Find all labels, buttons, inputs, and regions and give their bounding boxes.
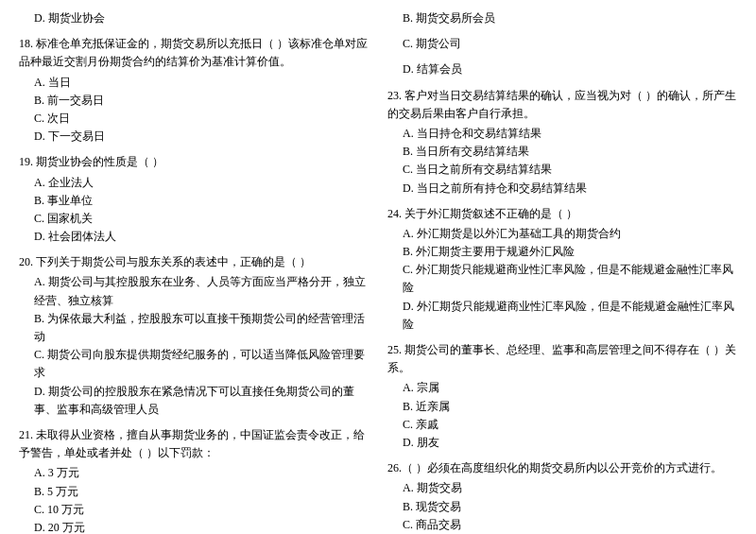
- option-c: C. 国家机关: [34, 210, 369, 228]
- option-a: A. 期货公司与其控股股东在业务、人员等方面应当严格分开，独立经营、独立核算: [34, 273, 369, 309]
- question-25: 25. 期货公司的董事长、总经理、监事和高层管理之间不得存在（ ）关系。 A. …: [387, 341, 737, 452]
- question-text: 20. 下列关于期货公司与股东关系的表述中，正确的是（ ）: [19, 253, 369, 271]
- option-b: B. 近亲属: [403, 398, 737, 416]
- two-column-layout: D. 期货业协会 18. 标准仓单充抵保证金的，期货交易所以充抵日（ ）该标准仓…: [19, 9, 737, 534]
- option-a: A. 当日: [34, 74, 369, 92]
- option-b: B. 事业单位: [34, 192, 369, 210]
- question-18: 18. 标准仓单充抵保证金的，期货交易所以充抵日（ ）该标准仓单对应品种最近交割…: [19, 35, 369, 146]
- option-d: D. 20 万元: [34, 519, 369, 534]
- option-c: C. 次日: [34, 110, 369, 128]
- option-b: B. 为保依最大利益，控股股东可以直接干预期货公司的经营管理活动: [34, 310, 369, 346]
- question-20: 20. 下列关于期货公司与股东关系的表述中，正确的是（ ） A. 期货公司与其控…: [19, 253, 369, 419]
- option-text: C. 期货公司: [403, 35, 737, 53]
- option-c: C. 亲戚: [403, 416, 737, 434]
- question-19: 19. 期货业协会的性质是（ ） A. 企业法人 B. 事业单位 C. 国家机关…: [19, 153, 369, 246]
- option-b: B. 现货交易: [403, 498, 737, 516]
- option-b: B. 当日所有交易结算结果: [403, 143, 737, 161]
- option-d: D. 期货公司的控股股东在紧急情况下可以直接任免期货公司的董事、监事和高级管理人…: [34, 383, 369, 419]
- option-text: D. 结算会员: [403, 60, 737, 78]
- question-22-b: B. 期货交易所会员: [387, 9, 737, 27]
- option-a: A. 当日持仓和交易结算结果: [403, 125, 737, 143]
- option-c: C. 当日之前所有交易结算结果: [403, 161, 737, 179]
- question-26: 26.（ ）必须在高度组织化的期货交易所内以公开竞价的方式进行。 A. 期货交易…: [387, 459, 737, 534]
- option-b: B. 前一交易日: [34, 92, 369, 110]
- question-23: 23. 客户对当日交易结算结果的确认，应当视为对（ ）的确认，所产生的交易后果由…: [387, 87, 737, 198]
- option-c: C. 10 万元: [34, 501, 369, 519]
- question-text: 21. 未取得从业资格，擅自从事期货业务的，中国证监会责令改正，给予警告，单处或…: [19, 426, 369, 462]
- question-21: 21. 未取得从业资格，擅自从事期货业务的，中国证监会责令改正，给予警告，单处或…: [19, 426, 369, 534]
- question-text: 19. 期货业协会的性质是（ ）: [19, 153, 369, 171]
- option-c: C. 商品交易: [403, 516, 737, 534]
- question-24: 24. 关于外汇期货叙述不正确的是（ ） A. 外汇期货是以外汇为基础工具的期货…: [387, 205, 737, 334]
- question-22-c: C. 期货公司: [387, 35, 737, 53]
- question-22-d: D. 结算会员: [387, 60, 737, 78]
- option-a: A. 期货交易: [403, 479, 737, 497]
- option-c: C. 外汇期货只能规避商业性汇率风险，但是不能规避金融性汇率风险: [403, 261, 737, 297]
- option-d: D. 社会团体法人: [34, 228, 369, 246]
- question-text: 25. 期货公司的董事长、总经理、监事和高层管理之间不得存在（ ）关系。: [387, 341, 737, 377]
- option-d: D. 朋友: [403, 434, 737, 452]
- option-a: A. 3 万元: [34, 464, 369, 482]
- question-text: 23. 客户对当日交易结算结果的确认，应当视为对（ ）的确认，所产生的交易后果由…: [387, 87, 737, 123]
- option-d: D. 当日之前所有持仓和交易结算结果: [403, 180, 737, 198]
- option-d: D. 外汇期货只能规避商业性汇率风险，但是不能规避金融性汇率风险: [403, 298, 737, 334]
- option-a: A. 外汇期货是以外汇为基础工具的期货合约: [403, 225, 737, 243]
- left-column: D. 期货业协会 18. 标准仓单充抵保证金的，期货交易所以充抵日（ ）该标准仓…: [19, 9, 369, 534]
- option-d: D. 下一交易日: [34, 128, 369, 146]
- question-text: 26.（ ）必须在高度组织化的期货交易所内以公开竞价的方式进行。: [387, 459, 737, 477]
- option-b: B. 5 万元: [34, 483, 369, 501]
- page-container: D. 期货业协会 18. 标准仓单充抵保证金的，期货交易所以充抵日（ ）该标准仓…: [19, 9, 737, 534]
- option-text: B. 期货交易所会员: [403, 9, 737, 27]
- option-b: B. 外汇期货主要用于规避外汇风险: [403, 243, 737, 261]
- option-a: A. 宗属: [403, 379, 737, 397]
- option-a: A. 企业法人: [34, 174, 369, 192]
- option-c: C. 期货公司向股东提供期货经纪服务的，可以适当降低风险管理要求: [34, 346, 369, 382]
- question-text: 18. 标准仓单充抵保证金的，期货交易所以充抵日（ ）该标准仓单对应品种最近交割…: [19, 35, 369, 71]
- question-18-d: D. 期货业协会: [19, 9, 369, 27]
- right-column: B. 期货交易所会员 C. 期货公司 D. 结算会员 23. 客户对当日交易结算…: [387, 9, 737, 534]
- question-text: 24. 关于外汇期货叙述不正确的是（ ）: [387, 205, 737, 223]
- option-text: D. 期货业协会: [34, 9, 369, 27]
